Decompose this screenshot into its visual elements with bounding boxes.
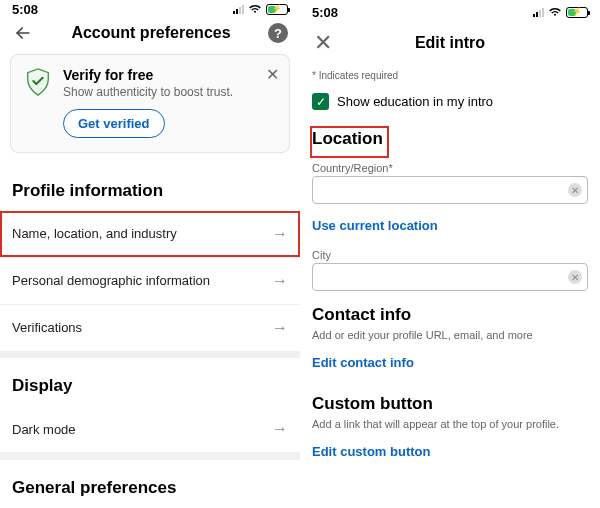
- wifi-icon: [548, 7, 562, 17]
- section-divider: [0, 351, 300, 359]
- chevron-right-icon: →: [272, 225, 288, 243]
- dismiss-verify-icon[interactable]: ✕: [266, 65, 279, 84]
- get-verified-button[interactable]: Get verified: [63, 109, 165, 138]
- contact-info-heading: Contact info: [312, 305, 411, 325]
- city-input[interactable]: [312, 263, 588, 291]
- help-icon[interactable]: ?: [268, 23, 288, 43]
- required-note: * Indicates required: [300, 62, 600, 87]
- account-preferences-screen: 5:08 ⚡ Account preferences ? ✕ Verify fo…: [0, 0, 300, 508]
- display-heading: Display: [0, 358, 300, 406]
- edit-intro-screen: 5:08 ⚡ ✕ Edit intro * Indicates required…: [300, 0, 600, 508]
- nav-bar: Account preferences ?: [0, 19, 300, 48]
- chevron-right-icon: →: [272, 420, 288, 438]
- shield-check-icon: [23, 67, 53, 97]
- row-dark-mode[interactable]: Dark mode →: [0, 406, 300, 452]
- contact-info-sub: Add or edit your profile URL, email, and…: [312, 329, 588, 341]
- section-divider: [0, 452, 300, 460]
- status-bar: 5:08 ⚡: [300, 0, 600, 24]
- edit-custom-button-link[interactable]: Edit custom button: [312, 436, 430, 469]
- battery-icon: ⚡: [266, 4, 288, 15]
- location-heading-highlight: Location: [312, 128, 387, 156]
- clear-input-icon[interactable]: ✕: [568, 270, 582, 284]
- row-label: Personal demographic information: [12, 273, 210, 288]
- edit-contact-info-link[interactable]: Edit contact info: [312, 347, 414, 380]
- general-prefs-heading: General preferences: [0, 460, 300, 508]
- status-time: 5:08: [12, 2, 38, 17]
- custom-button-sub: Add a link that will appear at the top o…: [312, 418, 588, 430]
- verify-card: ✕ Verify for free Show authenticity to b…: [10, 54, 290, 153]
- battery-icon: ⚡: [566, 7, 588, 18]
- row-name-location-industry[interactable]: Name, location, and industry →: [0, 211, 300, 257]
- page-title: Edit intro: [334, 34, 566, 52]
- page-title: Account preferences: [34, 24, 268, 42]
- row-label: Dark mode: [12, 422, 76, 437]
- signal-icon: [533, 7, 544, 17]
- verify-title: Verify for free: [63, 67, 233, 83]
- clear-input-icon[interactable]: ✕: [568, 183, 582, 197]
- checkbox-label: Show education in my intro: [337, 94, 493, 109]
- row-demographic[interactable]: Personal demographic information →: [0, 258, 300, 304]
- status-icons: ⚡: [533, 7, 588, 18]
- chevron-right-icon: →: [272, 319, 288, 337]
- wifi-icon: [248, 4, 262, 14]
- status-bar: 5:08 ⚡: [0, 0, 300, 19]
- row-label: Name, location, and industry: [12, 226, 177, 241]
- status-icons: ⚡: [233, 4, 288, 15]
- row-label: Verifications: [12, 320, 82, 335]
- country-region-label: Country/Region*: [312, 162, 588, 174]
- checkbox-checked-icon: ✓: [312, 93, 329, 110]
- custom-button-heading: Custom button: [312, 394, 433, 414]
- status-time: 5:08: [312, 5, 338, 20]
- back-icon[interactable]: [12, 22, 34, 44]
- verify-subtitle: Show authenticity to boost trust.: [63, 85, 233, 99]
- use-current-location-link[interactable]: Use current location: [312, 204, 438, 243]
- country-region-input[interactable]: [312, 176, 588, 204]
- nav-bar: ✕ Edit intro: [300, 24, 600, 62]
- row-verifications[interactable]: Verifications →: [0, 305, 300, 351]
- profile-info-heading: Profile information: [0, 163, 300, 211]
- signal-icon: [233, 4, 244, 14]
- city-label: City: [312, 249, 588, 261]
- chevron-right-icon: →: [272, 272, 288, 290]
- close-icon[interactable]: ✕: [312, 32, 334, 54]
- show-education-toggle[interactable]: ✓ Show education in my intro: [300, 87, 600, 128]
- location-heading: Location: [312, 129, 383, 149]
